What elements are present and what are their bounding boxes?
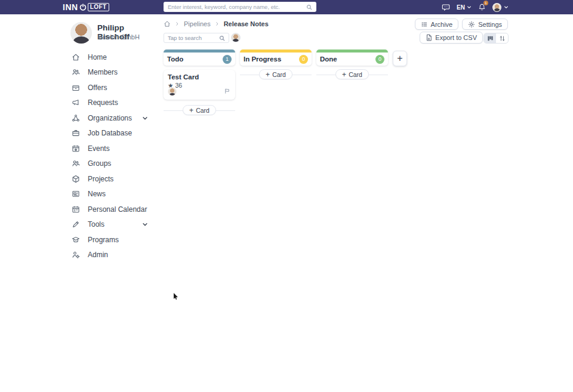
groups-icon (72, 159, 80, 168)
sidebar-item-groups[interactable]: Groups (0, 156, 155, 172)
add-card-button[interactable]: + Card (335, 69, 369, 79)
add-column-button[interactable]: + (393, 51, 407, 66)
language-selector[interactable]: EN (457, 4, 472, 11)
archive-icon (421, 21, 428, 28)
sidebar-item-label: Organizations (88, 114, 132, 122)
plus-icon: + (397, 54, 402, 63)
column-count-badge: 0 (375, 55, 384, 64)
user-gear-icon (72, 251, 80, 259)
sidebar-item-requests[interactable]: Requests (0, 95, 155, 111)
add-card-label: Card (349, 71, 362, 78)
sidebar-item-label: Home (88, 53, 107, 61)
sidebar-item-job-database[interactable]: Job Database (0, 126, 155, 141)
profile-organization: Innoloft GmbH (97, 33, 140, 41)
board-member-avatar[interactable] (231, 33, 241, 42)
add-card-button[interactable]: + Card (259, 69, 292, 79)
kanban-column-in-progress: In Progress 0 + Card (240, 50, 312, 79)
column-header[interactable]: Todo 1 (164, 50, 235, 66)
sidebar-item-projects[interactable]: Projects (0, 171, 155, 187)
sidebar-item-label: Events (88, 144, 110, 153)
card-title: Test Card (168, 73, 231, 81)
sidebar-item-label: Projects (88, 175, 113, 183)
sidebar-item-label: Programs (88, 236, 119, 244)
column-header[interactable]: Done 0 (316, 50, 388, 66)
csv-file-icon (426, 34, 432, 41)
card-stars: ★ 36 (168, 82, 231, 89)
archive-button[interactable]: Archive (415, 18, 459, 30)
graduation-cap-icon (72, 236, 80, 244)
breadcrumb-pipelines[interactable]: Pipelines (184, 20, 211, 27)
sidebar-item-label: Job Database (88, 129, 132, 137)
chevron-down-icon[interactable] (142, 221, 148, 227)
add-card-label: Card (196, 107, 210, 114)
power-icon (79, 4, 87, 11)
sort-view-button[interactable] (496, 33, 508, 43)
sort-icon (499, 35, 506, 42)
sidebar-item-label: Admin (88, 251, 108, 259)
app-window: INN LOFT EN 1 (0, 0, 573, 392)
sidebar-item-tools[interactable]: Tools (0, 217, 155, 233)
members-icon (72, 68, 80, 76)
chevron-down-icon (467, 5, 472, 10)
flag-icon (224, 88, 230, 94)
sidebar-item-organizations[interactable]: Organizations (0, 110, 155, 126)
global-search-input[interactable] (168, 4, 306, 10)
column-header[interactable]: In Progress 0 (240, 50, 312, 66)
add-card-button[interactable]: + Card (183, 105, 216, 115)
kanban-column-todo: Todo 1 Test Card ★ 36 (164, 50, 235, 115)
user-avatar (492, 3, 501, 12)
sidebar-item-label: Personal Calendar (88, 205, 147, 214)
requests-icon (72, 98, 80, 107)
plus-icon: + (342, 71, 346, 78)
plus-icon: + (266, 71, 270, 78)
profile-avatar[interactable] (70, 22, 92, 44)
sidebar-item-programs[interactable]: Programs (0, 232, 155, 248)
sidebar-item-personal-calendar[interactable]: Personal Calendar (0, 202, 155, 217)
kanban-card[interactable]: Test Card ★ 36 (164, 70, 235, 100)
sidebar-item-news[interactable]: News (0, 187, 155, 202)
board-search-input[interactable] (168, 35, 219, 41)
search-icon[interactable] (306, 4, 312, 10)
notifications-bell[interactable]: 1 (478, 3, 486, 11)
settings-label: Settings (478, 21, 502, 28)
export-csv-button[interactable]: Export to CSV (420, 32, 483, 44)
sidebar-item-label: Offers (88, 84, 107, 92)
kanban-view-button[interactable] (484, 33, 496, 43)
sidebar-item-offers[interactable]: Offers (0, 80, 155, 95)
plus-icon: + (189, 107, 193, 114)
chevron-right-icon (175, 21, 180, 26)
kanban-column-done: Done 0 + Card (316, 50, 388, 79)
archive-label: Archive (431, 21, 453, 28)
search-icon[interactable] (219, 35, 225, 41)
chevron-down-icon[interactable] (142, 115, 148, 121)
chat-icon[interactable] (442, 3, 450, 11)
view-toggle (483, 33, 509, 44)
briefcase-icon (72, 129, 80, 137)
breadcrumb-release-notes: Release Notes (224, 20, 269, 27)
innoloft-logo[interactable]: INN LOFT (63, 0, 109, 14)
sidebar-item-events[interactable]: Events (0, 141, 155, 156)
settings-button[interactable]: Settings (462, 18, 508, 30)
sidebar: Philipp Bischoff Innoloft GmbH Home Memb… (0, 14, 155, 392)
sidebar-item-label: Groups (88, 159, 111, 168)
main-content: Pipelines Release Notes Archive Settings… (158, 14, 573, 392)
chevron-down-icon (504, 5, 509, 10)
notification-badge: 1 (483, 1, 488, 5)
add-card-row: + Card (164, 105, 235, 115)
add-card-label: Card (272, 71, 286, 78)
card-assignee-avatar[interactable] (168, 87, 177, 96)
column-title: Done (320, 55, 337, 63)
sidebar-item-admin[interactable]: Admin (0, 248, 155, 263)
sidebar-item-members[interactable]: Members (0, 65, 155, 81)
offers-icon (72, 84, 80, 92)
chevron-right-icon (215, 21, 220, 26)
sidebar-item-label: Members (88, 68, 118, 76)
home-icon (72, 53, 80, 61)
navbar-actions: EN 1 (442, 0, 509, 14)
header-buttons: Archive Settings (415, 18, 508, 30)
sidebar-item-home[interactable]: Home (0, 50, 155, 65)
language-label: EN (457, 4, 465, 11)
user-menu[interactable] (492, 3, 509, 12)
breadcrumb-home-icon[interactable] (164, 20, 171, 27)
kanban-icon (487, 35, 494, 42)
